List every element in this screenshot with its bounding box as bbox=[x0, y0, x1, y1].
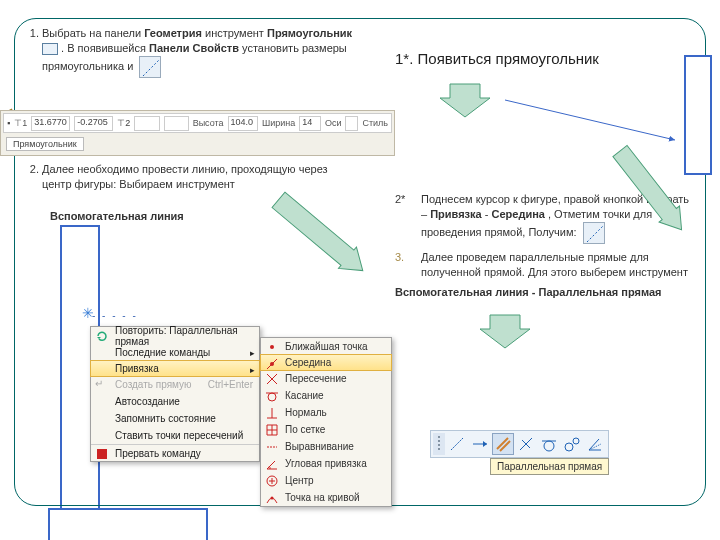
aux-line-tool-icon bbox=[583, 222, 605, 244]
ctx-snap[interactable]: Привязка▸ bbox=[90, 360, 260, 377]
sub-mid[interactable]: Середина bbox=[260, 354, 392, 371]
svg-line-34 bbox=[589, 439, 599, 450]
t-bold: Геометрия bbox=[144, 27, 202, 39]
right-title: 1*. Появиться прямоугольник bbox=[395, 50, 695, 67]
properties-panel: ▪ ⊤1 31.6770 -0.2705 ⊤2 Высота 104.0 Шир… bbox=[0, 110, 395, 156]
svg-line-16 bbox=[505, 100, 675, 140]
svg-line-22 bbox=[451, 438, 463, 450]
width-field[interactable]: 14 bbox=[299, 116, 321, 131]
grid-icon bbox=[265, 423, 279, 437]
coord-x[interactable]: 31.6770 bbox=[31, 116, 70, 131]
ctx-recent[interactable]: Последние команды▸ bbox=[91, 344, 259, 361]
sub-norm[interactable]: Нормаль bbox=[261, 404, 391, 421]
bisector-icon[interactable] bbox=[584, 433, 606, 455]
align-icon bbox=[265, 440, 279, 454]
sub-ang[interactable]: Угловая привязка bbox=[261, 455, 391, 472]
svg-rect-1 bbox=[97, 449, 107, 459]
sub-grid[interactable]: По сетке bbox=[261, 421, 391, 438]
svg-point-7 bbox=[268, 393, 276, 401]
snap-submenu: Ближайшая точка Середина Пересечение Кас… bbox=[260, 337, 392, 507]
create-icon: ↵ bbox=[95, 378, 109, 392]
ctx-repeat[interactable]: Повторить: Параллельная прямая bbox=[91, 327, 259, 344]
center-icon bbox=[265, 474, 279, 488]
panel-tab[interactable]: Прямоугольник bbox=[6, 137, 84, 151]
h-label: Высота bbox=[193, 118, 224, 128]
num: 3. bbox=[395, 250, 404, 265]
c2[interactable] bbox=[134, 116, 159, 131]
step-2-block: Далее необходимо провести линию, проходя… bbox=[20, 162, 360, 198]
right-item-3: 3. Далее проведем параллельные прямые дл… bbox=[395, 250, 695, 280]
sub-tan[interactable]: Касание bbox=[261, 387, 391, 404]
repeat-icon bbox=[95, 329, 109, 343]
ctx-points[interactable]: Ставить точки пересечений bbox=[91, 427, 259, 444]
svg-point-29 bbox=[544, 441, 554, 451]
curve-point-icon bbox=[265, 491, 279, 505]
pointer-arrow bbox=[500, 90, 690, 170]
horiz-line-icon[interactable] bbox=[469, 433, 491, 455]
ctx-cancel[interactable]: Прервать команду bbox=[91, 444, 259, 461]
normal-icon bbox=[265, 406, 279, 420]
svg-marker-24 bbox=[483, 441, 487, 447]
sep: ⊤2 bbox=[117, 118, 130, 128]
height-field[interactable]: 104.0 bbox=[228, 116, 258, 131]
svg-point-2 bbox=[270, 345, 274, 349]
svg-point-21 bbox=[438, 448, 440, 450]
svg-point-19 bbox=[438, 440, 440, 442]
t: инструмент bbox=[205, 27, 267, 39]
context-menu: Повторить: Параллельная прямая Последние… bbox=[90, 326, 260, 462]
ctx-remember[interactable]: Запомнить состояние bbox=[91, 410, 259, 427]
svg-point-4 bbox=[270, 362, 274, 366]
shortcut: Ctrl+Enter bbox=[208, 379, 253, 390]
svg-point-31 bbox=[565, 443, 573, 451]
step-2: Далее необходимо провести линию, проходя… bbox=[42, 162, 360, 192]
sub-center[interactable]: Центр bbox=[261, 472, 391, 489]
rectangle-tool-icon bbox=[42, 43, 58, 55]
t-bold: Панели Свойств bbox=[149, 42, 239, 54]
point-icon bbox=[265, 340, 279, 354]
svg-point-18 bbox=[438, 436, 440, 438]
down-arrow-icon bbox=[475, 310, 695, 350]
svg-line-35 bbox=[589, 444, 601, 450]
ax-field[interactable] bbox=[345, 116, 358, 131]
prop-icon: ▪ bbox=[7, 118, 10, 128]
ctx-create: ↵ Создать прямую Ctrl+Enter bbox=[91, 376, 259, 393]
left-column: Выбрать на панели Геометрия инструмент П… bbox=[20, 26, 360, 84]
aux-line-toolbar bbox=[430, 430, 609, 458]
chevron-right-icon: ▸ bbox=[250, 348, 255, 358]
midpoint-icon bbox=[265, 357, 279, 371]
aux-line-tool-icon bbox=[139, 56, 161, 78]
tangent-icon[interactable] bbox=[538, 433, 560, 455]
toolbar-handle[interactable] bbox=[433, 433, 445, 455]
t: . В появившейся bbox=[61, 42, 149, 54]
tooltip: Параллельная прямая bbox=[490, 458, 609, 475]
stop-icon bbox=[95, 447, 109, 461]
step-1: Выбрать на панели Геометрия инструмент П… bbox=[42, 26, 360, 78]
ctx-auto[interactable]: Автосоздание bbox=[91, 393, 259, 410]
svg-line-17 bbox=[587, 226, 603, 242]
sub-align[interactable]: Выравнивание bbox=[261, 438, 391, 455]
dashed-guide: - - - - - bbox=[92, 310, 138, 321]
svg-point-20 bbox=[438, 444, 440, 446]
chevron-right-icon: ▸ bbox=[250, 365, 255, 375]
intersect-icon bbox=[265, 372, 279, 386]
tangent2-icon[interactable] bbox=[561, 433, 583, 455]
sub-inter[interactable]: Пересечение bbox=[261, 370, 391, 387]
sub-nearest[interactable]: Ближайшая точка bbox=[261, 338, 391, 355]
ax: Оси bbox=[325, 118, 342, 128]
angle-icon bbox=[265, 457, 279, 471]
w-label: Ширина bbox=[262, 118, 295, 128]
aux-line-label: Вспомогательная линия bbox=[50, 210, 184, 222]
svg-line-0 bbox=[143, 60, 159, 76]
line-tool-icon[interactable] bbox=[446, 433, 468, 455]
parallel-line-icon[interactable] bbox=[492, 433, 514, 455]
t-bold: Прямоугольник bbox=[267, 27, 352, 39]
t: Выбрать на панели bbox=[42, 27, 144, 39]
perp-line-icon[interactable] bbox=[515, 433, 537, 455]
c2[interactable] bbox=[164, 116, 189, 131]
sub-curve[interactable]: Точка на кривой bbox=[261, 489, 391, 506]
aux2-label: Вспомогательная линия - Параллельная пря… bbox=[395, 285, 695, 300]
svg-point-32 bbox=[573, 438, 579, 444]
coord-y[interactable]: -0.2705 bbox=[74, 116, 113, 131]
tangent-icon bbox=[265, 389, 279, 403]
style: Стиль bbox=[362, 118, 388, 128]
